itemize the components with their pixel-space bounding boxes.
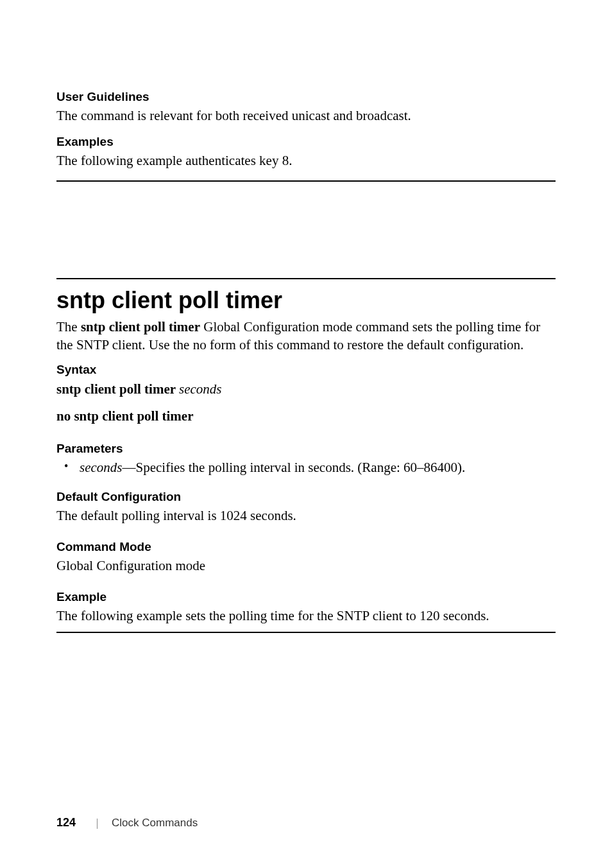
command-mode-block: Command Mode Global Configuration mode xyxy=(56,540,556,575)
page-footer: 124 Clock Commands xyxy=(56,816,198,829)
examples-divider xyxy=(56,180,556,182)
example-block: Example The following example sets the p… xyxy=(56,590,556,625)
param-text: —Specifies the polling interval in secon… xyxy=(123,460,466,475)
syntax-line2-bold: no sntp client poll timer xyxy=(56,408,194,424)
command-description: The sntp client poll timer Global Config… xyxy=(56,318,556,354)
user-guidelines-heading: User Guidelines xyxy=(56,90,556,104)
command-mode-text: Global Configuration mode xyxy=(56,557,556,575)
default-config-text: The default polling interval is 1024 sec… xyxy=(56,507,556,525)
example-text: The following example sets the polling t… xyxy=(56,607,556,625)
syntax-line1-italic: seconds xyxy=(179,381,222,397)
example-divider xyxy=(56,632,556,633)
footer-section-name: Clock Commands xyxy=(112,817,198,829)
user-guidelines-text: The command is relevant for both receive… xyxy=(56,107,556,125)
parameters-block: Parameters seconds—Specifies the polling… xyxy=(56,442,556,476)
syntax-line-2: no sntp client poll timer xyxy=(56,406,556,427)
user-guidelines-block: User Guidelines The command is relevant … xyxy=(56,90,556,125)
parameters-heading: Parameters xyxy=(56,442,556,456)
desc-prefix: The xyxy=(56,319,81,334)
parameters-list: seconds—Specifies the polling interval i… xyxy=(56,458,556,476)
syntax-line-1: sntp client poll timer seconds xyxy=(56,379,556,400)
syntax-block: Syntax sntp client poll timer seconds no… xyxy=(56,363,556,426)
footer-page-number: 124 xyxy=(56,816,76,829)
example-heading: Example xyxy=(56,590,556,604)
command-title: sntp client poll timer xyxy=(56,287,556,314)
syntax-heading: Syntax xyxy=(56,363,556,377)
examples-text: The following example authenticates key … xyxy=(56,152,556,169)
desc-bold: sntp client poll timer xyxy=(81,319,200,334)
param-italic: seconds xyxy=(80,460,123,475)
command-mode-heading: Command Mode xyxy=(56,540,556,554)
examples-block: Examples The following example authentic… xyxy=(56,135,556,169)
syntax-line1-bold: sntp client poll timer xyxy=(56,381,179,397)
parameters-item: seconds—Specifies the polling interval i… xyxy=(80,458,556,476)
command-top-divider xyxy=(56,278,556,279)
examples-heading: Examples xyxy=(56,135,556,149)
footer-separator xyxy=(97,819,98,829)
default-config-heading: Default Configuration xyxy=(56,490,556,504)
default-config-block: Default Configuration The default pollin… xyxy=(56,490,556,525)
